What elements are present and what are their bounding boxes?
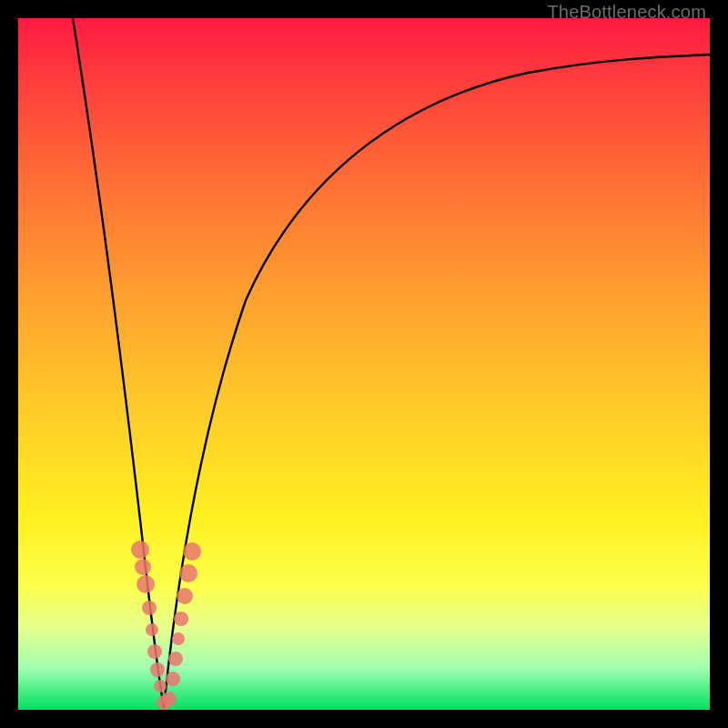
plot-area [18,18,710,710]
svg-point-2 [136,575,155,593]
svg-point-9 [162,692,177,706]
svg-point-12 [172,632,185,645]
svg-point-14 [177,588,193,604]
curve-right-arm [164,55,710,708]
svg-point-1 [135,559,151,575]
highlight-beads [131,541,201,710]
svg-point-16 [183,542,201,561]
svg-point-5 [147,644,162,659]
svg-point-13 [174,612,188,626]
watermark-text: TheBottleneck.com [547,2,706,23]
svg-point-15 [179,564,197,582]
svg-point-10 [166,672,180,686]
chart-frame: TheBottleneck.com [0,0,728,728]
svg-point-7 [154,680,167,693]
svg-point-4 [146,623,158,636]
svg-point-6 [150,662,165,677]
svg-point-11 [168,652,183,666]
svg-point-3 [142,601,157,615]
bottleneck-curve [18,18,710,710]
svg-point-0 [131,541,149,559]
